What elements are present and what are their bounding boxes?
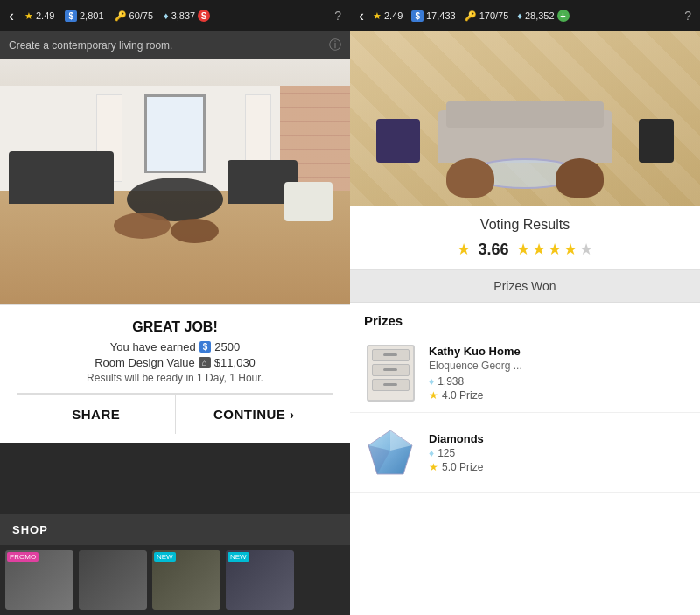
s-badge: S — [198, 10, 210, 22]
diamond-icon-left: ♦ — [164, 10, 169, 21]
rating-row: ★ 3.66 ★ ★ ★ ★ ★ — [364, 240, 686, 259]
right-table-right — [639, 119, 674, 163]
cash-stat-left: $ 2,801 — [65, 10, 103, 22]
great-job-title: GREAT JOB! — [18, 319, 332, 335]
voting-results-title: Voting Results — [364, 217, 686, 233]
prize-star-diamond: ★ 5.0 Prize — [429, 461, 686, 473]
back-button-left[interactable]: ‹ — [9, 7, 14, 25]
cash-icon-right: $ — [411, 10, 424, 22]
dresser-drawer-3 — [372, 379, 410, 391]
room-value-line: Room Design Value ⌂ $11,030 — [18, 356, 332, 369]
sofa-dark — [9, 151, 114, 204]
cash-stat-right: $ 17,433 — [411, 10, 455, 22]
room-image-right — [350, 31, 700, 206]
prize-brand-diamond: Diamonds — [429, 432, 686, 445]
prize-brand-dresser: Kathy Kuo Home — [429, 345, 686, 358]
left-top-bar: ‹ ★ 2.49 $ 2,801 🔑 60/75 ♦ 3,837 S ? — [0, 0, 350, 31]
shop-bar: SHOP — [0, 514, 350, 545]
star-5: ★ — [579, 240, 593, 259]
right-sofa-cushion — [446, 101, 604, 128]
prize-info-dresser: Kathy Kuo Home Eloquence Georg ... ♦ 1,9… — [429, 345, 686, 402]
keys-stat-left: 🔑 60/75 — [115, 10, 154, 22]
shop-thumbnails — [0, 545, 350, 615]
result-card: GREAT JOB! You have earned $ 2500 Room D… — [0, 304, 350, 443]
star-4: ★ — [564, 240, 578, 259]
plus-badge: + — [557, 10, 570, 22]
diamonds-stat-left: ♦ 3,837 S — [164, 10, 210, 22]
diamond-icon-prize2: ♦ — [429, 447, 434, 459]
diamond-shape — [364, 426, 416, 479]
prize-image-dresser — [364, 342, 416, 403]
diamond-svg — [364, 426, 416, 479]
prizes-won-bar: Prizes Won — [350, 270, 700, 303]
shop-thumb-4[interactable] — [226, 550, 294, 610]
dresser-handle-2 — [383, 368, 397, 371]
left-panel: ‹ ★ 2.49 $ 2,801 🔑 60/75 ♦ 3,837 S ? Cre… — [0, 0, 350, 615]
star-icon-prize1: ★ — [429, 389, 438, 402]
side-table — [284, 182, 332, 221]
rating-star-main: ★ — [457, 240, 471, 259]
right-stool-2 — [556, 158, 604, 198]
house-icon: ⌂ — [199, 357, 211, 368]
prize-sub-dresser: Eloquence Georg ... — [429, 360, 686, 372]
info-icon[interactable]: ⓘ — [329, 38, 341, 53]
challenge-bar: Create a contemporary living room. ⓘ — [0, 31, 350, 59]
right-table-left — [376, 119, 420, 163]
prize-item-dresser: Kathy Kuo Home Eloquence Georg ... ♦ 1,9… — [350, 333, 700, 413]
help-button-left[interactable]: ? — [334, 9, 341, 23]
star-icon-left: ★ — [24, 10, 33, 22]
prize-info-diamond: Diamonds ♦ 125 ★ 5.0 Prize — [429, 432, 686, 473]
wood-table-1 — [114, 213, 171, 239]
shop-thumb-3[interactable] — [152, 550, 220, 610]
action-bar: SHARE CONTINUE › — [18, 393, 332, 434]
keys-stat-right: 🔑 170/75 — [465, 10, 509, 22]
challenge-text: Create a contemporary living room. — [9, 39, 172, 52]
back-button-right[interactable]: ‹ — [359, 7, 364, 25]
prize-image-diamond — [364, 422, 416, 483]
cash-icon-left: $ — [65, 10, 77, 22]
wood-table-2 — [171, 219, 219, 243]
star-3: ★ — [548, 240, 562, 259]
rating-stat-left: ★ 2.49 — [24, 10, 54, 22]
diamonds-stat-right: ♦ 28,352 + — [517, 10, 569, 22]
key-icon-right: 🔑 — [465, 10, 477, 22]
share-button[interactable]: SHARE — [18, 395, 176, 434]
cash-icon-result: $ — [200, 341, 212, 353]
stars-display: ★ ★ ★ ★ ★ — [516, 240, 593, 259]
prize-item-diamond: Diamonds ♦ 125 ★ 5.0 Prize — [350, 413, 700, 493]
dresser-drawer-2 — [372, 364, 410, 376]
star-2: ★ — [532, 240, 546, 259]
shop-thumb-2[interactable] — [79, 550, 147, 610]
rating-stat-right: ★ 2.49 — [373, 10, 402, 22]
star-1: ★ — [516, 240, 530, 259]
prize-diamond-count: ♦ 125 — [429, 447, 686, 459]
shop-thumb-1[interactable] — [5, 550, 74, 610]
dresser-drawer-1 — [372, 349, 410, 361]
diamond-icon-right: ♦ — [517, 10, 522, 21]
continue-button[interactable]: CONTINUE › — [176, 395, 333, 434]
right-panel: ‹ ★ 2.49 $ 17,433 🔑 170/75 ♦ 28,352 + ? — [350, 0, 700, 615]
voting-results-section: Voting Results ★ 3.66 ★ ★ ★ ★ ★ — [350, 206, 700, 270]
dresser-handle-3 — [383, 383, 397, 386]
prizes-header: Prizes — [350, 303, 700, 333]
key-icon-left: 🔑 — [115, 10, 127, 22]
rating-number: 3.66 — [478, 241, 508, 259]
results-ready-line: Results will be ready in 1 Day, 1 Hour. — [18, 372, 332, 384]
star-icon-prize2: ★ — [429, 461, 438, 473]
right-top-bar: ‹ ★ 2.49 $ 17,433 🔑 170/75 ♦ 28,352 + ? — [350, 0, 700, 31]
room-scene — [0, 59, 350, 304]
earned-line: You have earned $ 2500 — [18, 340, 332, 353]
prizes-section: Prizes Kathy Kuo Home Eloquen — [350, 303, 700, 615]
diamond-icon-prize1: ♦ — [429, 375, 434, 388]
help-button-right[interactable]: ? — [684, 9, 691, 23]
room-window — [144, 94, 206, 173]
prize-diamond-dresser: ♦ 1,938 — [429, 375, 686, 388]
dresser-handle-1 — [383, 353, 397, 356]
design-image-area: DESIGN ENTERED — [0, 59, 350, 304]
dresser-shape — [367, 345, 415, 402]
right-stool-1 — [446, 158, 494, 198]
star-icon-right: ★ — [373, 10, 382, 22]
prize-star-dresser: ★ 4.0 Prize — [429, 389, 686, 402]
